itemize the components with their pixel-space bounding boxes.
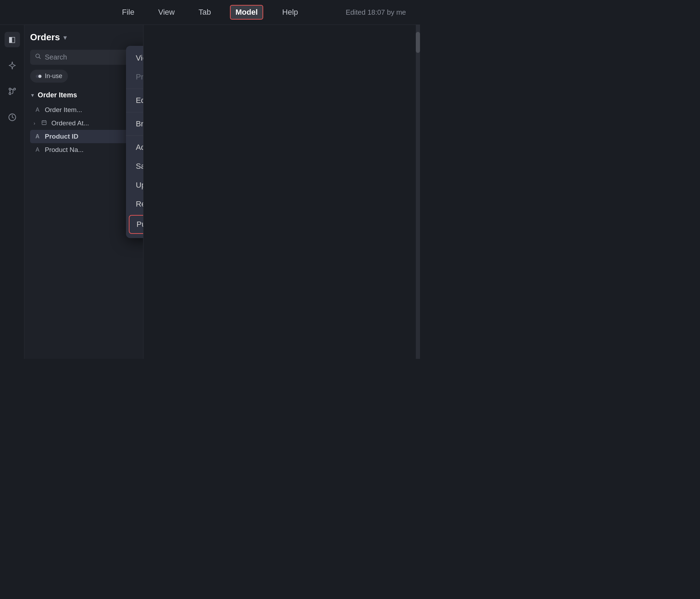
section-order-items[interactable]: ▼ Order Items (30, 91, 138, 99)
scrollbar[interactable] (416, 25, 420, 359)
svg-point-8 (38, 75, 42, 78)
panel-toggle-icon[interactable]: ◧ (5, 32, 20, 47)
dropdown-divider-1 (126, 89, 144, 89)
menu-view[interactable]: View (153, 6, 180, 19)
panel-title-chevron[interactable]: ▾ (63, 33, 67, 42)
field-calendar-icon (40, 120, 48, 127)
field-expand-chevron: › (34, 120, 35, 126)
field-text-icon: A (34, 107, 41, 113)
field-text-icon: A (34, 133, 41, 140)
model-dropdown-menu: View all changes Promote to shared Edit … (126, 46, 144, 238)
filter-inuse-button[interactable]: In-use (30, 70, 68, 83)
search-placeholder: Search (45, 53, 67, 61)
dropdown-divider-3 (126, 135, 144, 136)
field-text-icon: A (34, 147, 41, 153)
dropdown-add-field[interactable]: Add field (126, 138, 144, 157)
field-product-name[interactable]: A Product Na... (30, 143, 138, 156)
dropdown-push-to-dbt[interactable]: Push to dbt (129, 215, 144, 234)
field-label: Order Item... (45, 106, 82, 114)
edited-status: Edited 18:07 by me (346, 8, 406, 16)
svg-point-1 (13, 88, 15, 90)
section-title: Order Items (38, 91, 77, 99)
field-product-id[interactable]: A Product ID (30, 130, 138, 143)
svg-point-2 (9, 88, 10, 90)
svg-point-5 (36, 54, 40, 58)
svg-rect-9 (42, 121, 46, 125)
sparkle-icon[interactable] (5, 58, 20, 73)
svg-point-0 (9, 93, 10, 95)
branch-icon[interactable] (5, 84, 20, 99)
main-layout: ◧ Orders ▾ (0, 25, 420, 359)
dropdown-update-query-view[interactable]: Update query view (126, 176, 144, 195)
dropdown-view-all-changes[interactable]: View all changes (126, 49, 144, 68)
field-label: Ordered At... (51, 119, 89, 127)
filter-label: In-use (45, 72, 62, 80)
icon-sidebar: ◧ (0, 25, 24, 359)
menu-tab[interactable]: Tab (194, 6, 216, 19)
dropdown-edit-model[interactable]: Edit model › (126, 91, 144, 110)
svg-line-6 (39, 57, 41, 59)
right-panel (144, 25, 420, 359)
dropdown-divider-2 (126, 112, 144, 112)
left-panel: Orders ▾ Search In-use ▼ Order Items (24, 25, 144, 359)
field-ordered-at[interactable]: › Ordered At... (30, 117, 138, 130)
field-label: Product Na... (45, 146, 84, 154)
panel-header: Orders ▾ (30, 32, 138, 43)
dropdown-branch[interactable]: Branch › (126, 114, 144, 133)
dropdown-requery-result[interactable]: Requery result (126, 195, 144, 214)
search-icon (35, 53, 41, 61)
field-label: Product ID (45, 133, 78, 140)
dropdown-promote-to-shared: Promote to shared (126, 68, 144, 86)
scrollbar-thumb[interactable] (416, 32, 420, 53)
history-icon[interactable] (5, 110, 20, 125)
menu-model[interactable]: Model (230, 5, 264, 20)
menu-help[interactable]: Help (277, 6, 303, 19)
panel-title: Orders (30, 32, 60, 43)
menu-bar: File View Tab Model Help Edited 18:07 by… (0, 0, 420, 25)
section-chevron: ▼ (30, 92, 35, 98)
menu-file[interactable]: File (117, 6, 139, 19)
search-box[interactable]: Search (30, 50, 138, 65)
dropdown-save-query-as-view[interactable]: Save query as view (126, 157, 144, 176)
field-order-item-id[interactable]: A Order Item... (30, 103, 138, 117)
